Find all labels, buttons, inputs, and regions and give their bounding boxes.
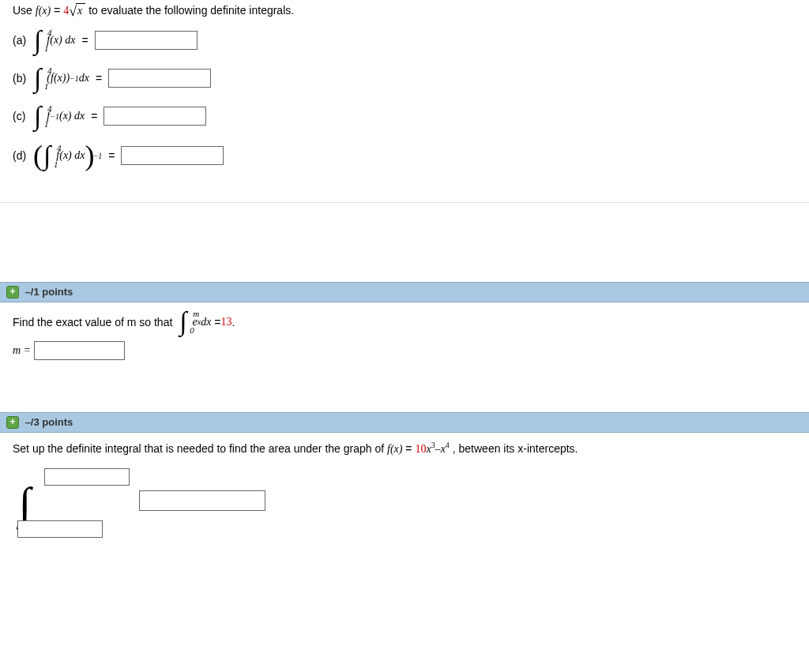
coef: 10 — [415, 443, 426, 455]
q1-part-d: (d) ( ∫ 4 1 f(x) dx )−1 = — [13, 145, 796, 167]
integral-sign-icon: ∫ — [34, 70, 41, 86]
answer-input-b[interactable] — [108, 69, 211, 88]
upper-limit: m — [193, 309, 199, 318]
answer-input-m[interactable] — [34, 341, 125, 360]
part-label: (a) — [13, 34, 33, 47]
text: Use — [13, 4, 36, 17]
part-label: (b) — [13, 72, 33, 84]
lower-limit: 0 — [190, 325, 194, 335]
lower-limit: 1 — [44, 81, 49, 91]
upper-limit: 4 — [47, 103, 52, 113]
integral: ∫ 4 1 — [33, 70, 47, 86]
q3-header[interactable]: + –/3 points — [0, 412, 809, 434]
points-label: –/1 points — [25, 286, 73, 298]
eq: = — [54, 4, 63, 17]
text: Set up the definite integral that is nee… — [13, 442, 387, 455]
equals: = — [214, 316, 220, 328]
lower-limit-input[interactable] — [17, 520, 103, 538]
page: Use f(x) = 4√x to evaluate the following… — [0, 0, 809, 558]
spacer — [0, 381, 809, 412]
spacer — [0, 203, 809, 282]
exponent: −1 — [70, 74, 79, 83]
q2-header[interactable]: + –/1 points — [0, 282, 809, 303]
lower-limit: 1 — [54, 160, 58, 169]
text: to evaluate the following definite integ… — [88, 4, 294, 17]
question-3: Set up the definite integral that is nee… — [0, 433, 809, 558]
exponent: −1 — [50, 112, 59, 121]
fx: f(x) — [387, 443, 402, 455]
equals: = — [81, 34, 88, 47]
upper-limit: 4 — [57, 143, 62, 152]
q1-part-c: (c) ∫ 4 1 f −1(x) dx = — [13, 107, 796, 126]
integral-sign-icon: ∫ — [179, 313, 186, 329]
exp: 4 — [446, 441, 450, 449]
q3-prompt: Set up the definite integral that is nee… — [13, 441, 796, 456]
q1-part-b: (b) ∫ 4 1 (f(x))−1 dx = — [13, 69, 796, 88]
expand-icon[interactable]: + — [6, 286, 19, 298]
text: Find the exact value of m so that — [13, 316, 172, 328]
question-2: Find the exact value of m so that ∫ m 0 … — [0, 302, 809, 380]
integral-sign-icon: ∫ — [19, 481, 31, 525]
q2-prompt: Find the exact value of m so that ∫ m 0 … — [13, 313, 796, 329]
fx: f(x) — [36, 5, 51, 17]
answer-input-c[interactable] — [103, 107, 206, 126]
period: . — [231, 316, 235, 328]
integrand: (x) dx — [59, 110, 85, 122]
integrand-dx: dx — [201, 316, 211, 328]
lower-limit: 1 — [44, 43, 49, 53]
question-1: Use f(x) = 4√x to evaluate the following… — [0, 0, 809, 202]
integral-setup: ∫ — [13, 467, 281, 538]
m-row: m = — [13, 341, 796, 360]
integral: ∫ 4 1 — [33, 32, 47, 48]
q1-part-a: (a) ∫ 4 1 f(x) dx = — [13, 31, 796, 50]
text: , between its x-intercepts. — [453, 442, 578, 455]
eq: = — [405, 442, 415, 455]
equals: = — [96, 72, 102, 84]
upper-limit: 4 — [47, 66, 52, 75]
upper-limit: 4 — [47, 28, 52, 37]
expand-icon[interactable]: + — [6, 416, 19, 429]
integral-sign-icon: ∫ — [34, 32, 41, 48]
exponent: −1 — [92, 152, 102, 160]
part-label: (d) — [13, 149, 33, 162]
points-label: –/3 points — [25, 416, 73, 428]
integrand-input[interactable] — [139, 490, 265, 511]
rhs-value: 13 — [220, 316, 231, 328]
q1-prompt: Use f(x) = 4√x to evaluate the following… — [13, 3, 796, 20]
integral: ∫ 4 1 — [43, 148, 56, 163]
minus: – — [435, 443, 441, 455]
equals: = — [91, 110, 97, 122]
integrand: dx — [79, 72, 89, 84]
answer-input-a[interactable] — [95, 31, 198, 50]
integral: ∫ 4 1 — [33, 108, 47, 124]
m-label: m = — [13, 344, 31, 357]
integral-sign-icon: ∫ — [43, 148, 51, 163]
equals: = — [108, 149, 115, 162]
part-label: (c) — [13, 110, 33, 122]
upper-limit-input[interactable] — [44, 468, 130, 486]
sqrt-arg: x — [77, 5, 82, 17]
answer-input-d[interactable] — [121, 146, 224, 165]
lower-limit: 1 — [44, 119, 49, 129]
integral-sign-icon: ∫ — [34, 108, 41, 124]
integral: ∫ m 0 — [179, 313, 192, 329]
left-paren-icon: ( — [33, 145, 43, 167]
